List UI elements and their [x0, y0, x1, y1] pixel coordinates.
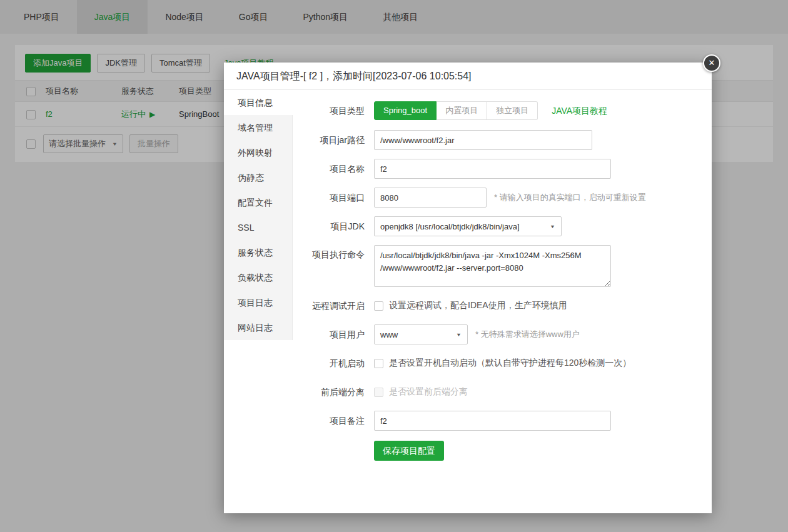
frontback-split-label: 前后端分离	[299, 382, 365, 402]
project-info-form: 项目类型 Spring_boot 内置项目 独立项目 JAVA项目教程 项目ja…	[293, 90, 712, 513]
exec-command-textarea[interactable]: /usr/local/btjdk/jdk8/bin/java -jar -Xmx…	[374, 245, 611, 287]
jdk-select[interactable]: openjdk8 [/usr/local/btjdk/jdk8/bin/java…	[374, 216, 562, 236]
project-port-label: 项目端口	[299, 188, 365, 208]
jar-path-input[interactable]	[374, 130, 592, 150]
port-note: * 请输入项目的真实端口，启动可重新设置	[494, 188, 646, 208]
frontback-split-checkbox[interactable]	[374, 388, 383, 397]
sidebar-item-load-status[interactable]: 负载状态	[224, 265, 293, 290]
sidebar-item-project-info[interactable]: 项目信息	[224, 90, 293, 115]
remote-debug-label: 远程调试开启	[299, 296, 365, 316]
auto-start-note: 是否设置开机自动启动（默认自带守护进程每120秒检测一次）	[389, 358, 631, 369]
project-remark-input[interactable]	[374, 411, 611, 431]
project-port-input[interactable]	[374, 188, 487, 208]
java-project-modal: ✕ JAVA项目管理-[ f2 ]，添加时间[2023-07-06 10:05:…	[224, 63, 712, 513]
type-springboot-button[interactable]: Spring_boot	[374, 101, 437, 120]
project-remark-label: 项目备注	[299, 411, 365, 431]
chevron-down-icon: ▼	[550, 224, 555, 229]
remote-debug-checkbox[interactable]	[374, 301, 383, 311]
remote-debug-note: 设置远程调试，配合IDEA使用，生产环境慎用	[389, 300, 567, 311]
sidebar-item-site-log[interactable]: 网站日志	[224, 315, 293, 340]
user-note: * 无特殊需求请选择www用户	[475, 324, 580, 344]
project-user-value: www	[380, 330, 398, 339]
exec-command-label: 项目执行命令	[299, 245, 365, 264]
modal-sidebar: 项目信息 域名管理 外网映射 伪静态 配置文件 SSL 服务状态 负载状态 项目…	[224, 90, 293, 513]
sidebar-item-domain[interactable]: 域名管理	[224, 115, 293, 140]
project-name-input[interactable]	[374, 159, 611, 179]
project-type-label: 项目类型	[299, 101, 365, 120]
project-user-label: 项目用户	[299, 324, 365, 344]
project-jdk-label: 项目JDK	[299, 216, 365, 236]
project-user-select[interactable]: www ▼	[374, 324, 468, 344]
project-name-label: 项目名称	[299, 159, 365, 179]
jar-path-label: 项目jar路径	[299, 130, 365, 150]
sidebar-item-project-log[interactable]: 项目日志	[224, 290, 293, 315]
jdk-select-value: openjdk8 [/usr/local/btjdk/jdk8/bin/java…	[380, 222, 520, 231]
close-icon[interactable]: ✕	[703, 54, 720, 72]
frontback-split-note: 是否设置前后端分离	[389, 386, 468, 398]
type-builtin-button[interactable]: 内置项目	[437, 101, 487, 120]
save-project-config-button[interactable]: 保存项目配置	[374, 441, 444, 461]
sidebar-item-mapping[interactable]: 外网映射	[224, 140, 293, 165]
type-standalone-button[interactable]: 独立项目	[487, 101, 538, 120]
auto-start-label: 开机启动	[299, 353, 365, 373]
sidebar-item-ssl[interactable]: SSL	[224, 215, 293, 240]
java-project-tutorial-link[interactable]: JAVA项目教程	[552, 101, 607, 120]
modal-title: JAVA项目管理-[ f2 ]，添加时间[2023-07-06 10:05:54…	[224, 63, 712, 90]
sidebar-item-rewrite[interactable]: 伪静态	[224, 165, 293, 190]
chevron-down-icon: ▼	[456, 332, 462, 338]
sidebar-item-service-status[interactable]: 服务状态	[224, 240, 293, 265]
auto-start-checkbox[interactable]	[374, 359, 383, 368]
sidebar-item-config[interactable]: 配置文件	[224, 190, 293, 215]
